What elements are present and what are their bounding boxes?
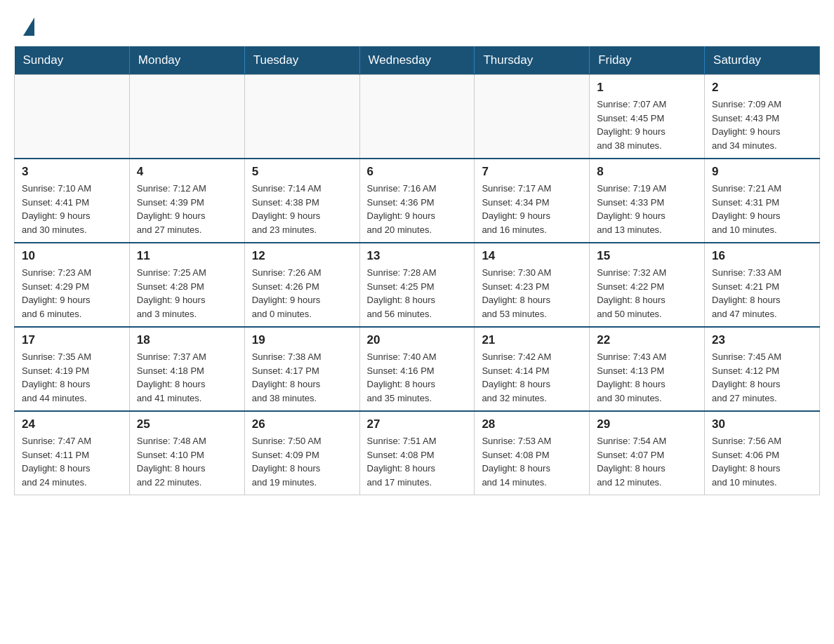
calendar-day-cell: 11Sunrise: 7:25 AM Sunset: 4:28 PM Dayli… [129, 243, 244, 327]
day-info: Sunrise: 7:48 AM Sunset: 4:10 PM Dayligh… [137, 434, 237, 489]
day-number: 10 [22, 249, 122, 263]
day-info: Sunrise: 7:54 AM Sunset: 4:07 PM Dayligh… [597, 434, 697, 489]
calendar-day-cell [15, 75, 130, 159]
day-number: 22 [597, 333, 697, 347]
calendar-day-cell [475, 75, 590, 159]
calendar-day-cell: 5Sunrise: 7:14 AM Sunset: 4:38 PM Daylig… [244, 159, 359, 243]
calendar-day-cell: 19Sunrise: 7:38 AM Sunset: 4:17 PM Dayli… [244, 327, 359, 411]
day-number: 6 [367, 165, 468, 179]
calendar-weekday-thursday: Thursday [475, 46, 590, 75]
calendar-week-row: 1Sunrise: 7:07 AM Sunset: 4:45 PM Daylig… [15, 75, 820, 159]
calendar-day-cell [129, 75, 244, 159]
calendar-day-cell [244, 75, 359, 159]
day-info: Sunrise: 7:42 AM Sunset: 4:14 PM Dayligh… [482, 350, 582, 405]
day-number: 19 [252, 333, 352, 347]
day-number: 26 [252, 417, 352, 431]
calendar-weekday-saturday: Saturday [705, 46, 820, 75]
calendar-weekday-monday: Monday [129, 46, 244, 75]
calendar-table: SundayMondayTuesdayWednesdayThursdayFrid… [14, 46, 820, 495]
day-info: Sunrise: 7:10 AM Sunset: 4:41 PM Dayligh… [22, 182, 122, 236]
calendar-day-cell: 23Sunrise: 7:45 AM Sunset: 4:12 PM Dayli… [705, 327, 820, 411]
calendar-day-cell: 7Sunrise: 7:17 AM Sunset: 4:34 PM Daylig… [475, 159, 590, 243]
day-info: Sunrise: 7:37 AM Sunset: 4:18 PM Dayligh… [137, 350, 237, 405]
day-info: Sunrise: 7:25 AM Sunset: 4:28 PM Dayligh… [137, 266, 237, 321]
day-info: Sunrise: 7:09 AM Sunset: 4:43 PM Dayligh… [712, 98, 812, 152]
day-info: Sunrise: 7:14 AM Sunset: 4:38 PM Dayligh… [252, 182, 352, 236]
calendar-day-cell: 20Sunrise: 7:40 AM Sunset: 4:16 PM Dayli… [359, 327, 475, 411]
calendar-week-row: 10Sunrise: 7:23 AM Sunset: 4:29 PM Dayli… [15, 243, 820, 327]
day-number: 12 [252, 249, 352, 263]
calendar-day-cell [359, 75, 475, 159]
day-info: Sunrise: 7:12 AM Sunset: 4:39 PM Dayligh… [137, 182, 237, 236]
day-info: Sunrise: 7:32 AM Sunset: 4:22 PM Dayligh… [597, 266, 697, 321]
day-number: 18 [137, 333, 237, 347]
calendar-day-cell: 25Sunrise: 7:48 AM Sunset: 4:10 PM Dayli… [129, 411, 244, 495]
calendar-day-cell: 28Sunrise: 7:53 AM Sunset: 4:08 PM Dayli… [475, 411, 590, 495]
day-number: 16 [712, 249, 812, 263]
day-info: Sunrise: 7:40 AM Sunset: 4:16 PM Dayligh… [367, 350, 468, 405]
day-number: 3 [22, 165, 122, 179]
logo-triangle-icon [23, 18, 34, 36]
day-number: 1 [597, 81, 697, 95]
day-info: Sunrise: 7:51 AM Sunset: 4:08 PM Dayligh… [367, 434, 468, 489]
calendar-day-cell: 6Sunrise: 7:16 AM Sunset: 4:36 PM Daylig… [359, 159, 475, 243]
day-number: 15 [597, 249, 697, 263]
day-number: 29 [597, 417, 697, 431]
calendar-day-cell: 13Sunrise: 7:28 AM Sunset: 4:25 PM Dayli… [359, 243, 475, 327]
calendar-day-cell: 16Sunrise: 7:33 AM Sunset: 4:21 PM Dayli… [705, 243, 820, 327]
day-number: 23 [712, 333, 812, 347]
day-info: Sunrise: 7:35 AM Sunset: 4:19 PM Dayligh… [22, 350, 122, 405]
day-info: Sunrise: 7:30 AM Sunset: 4:23 PM Dayligh… [482, 266, 582, 321]
calendar-week-row: 24Sunrise: 7:47 AM Sunset: 4:11 PM Dayli… [15, 411, 820, 495]
calendar-day-cell: 26Sunrise: 7:50 AM Sunset: 4:09 PM Dayli… [244, 411, 359, 495]
day-info: Sunrise: 7:47 AM Sunset: 4:11 PM Dayligh… [22, 434, 122, 489]
day-info: Sunrise: 7:53 AM Sunset: 4:08 PM Dayligh… [482, 434, 582, 489]
day-number: 7 [482, 165, 582, 179]
day-info: Sunrise: 7:26 AM Sunset: 4:26 PM Dayligh… [252, 266, 352, 321]
day-info: Sunrise: 7:23 AM Sunset: 4:29 PM Dayligh… [22, 266, 122, 321]
calendar-week-row: 17Sunrise: 7:35 AM Sunset: 4:19 PM Dayli… [15, 327, 820, 411]
day-number: 4 [137, 165, 237, 179]
day-info: Sunrise: 7:17 AM Sunset: 4:34 PM Dayligh… [482, 182, 582, 236]
day-number: 9 [712, 165, 812, 179]
page-header [0, 0, 834, 39]
calendar-day-cell: 15Sunrise: 7:32 AM Sunset: 4:22 PM Dayli… [590, 243, 705, 327]
day-info: Sunrise: 7:07 AM Sunset: 4:45 PM Dayligh… [597, 98, 697, 152]
calendar-weekday-friday: Friday [590, 46, 705, 75]
calendar-day-cell: 1Sunrise: 7:07 AM Sunset: 4:45 PM Daylig… [590, 75, 705, 159]
calendar-day-cell: 3Sunrise: 7:10 AM Sunset: 4:41 PM Daylig… [15, 159, 130, 243]
day-info: Sunrise: 7:21 AM Sunset: 4:31 PM Dayligh… [712, 182, 812, 236]
calendar-weekday-wednesday: Wednesday [359, 46, 475, 75]
calendar-day-cell: 27Sunrise: 7:51 AM Sunset: 4:08 PM Dayli… [359, 411, 475, 495]
day-number: 24 [22, 417, 122, 431]
calendar-header-row: SundayMondayTuesdayWednesdayThursdayFrid… [15, 46, 820, 75]
day-number: 14 [482, 249, 582, 263]
logo [21, 14, 34, 32]
calendar-day-cell: 24Sunrise: 7:47 AM Sunset: 4:11 PM Dayli… [15, 411, 130, 495]
calendar-weekday-tuesday: Tuesday [244, 46, 359, 75]
day-number: 13 [367, 249, 468, 263]
day-number: 2 [712, 81, 812, 95]
calendar-day-cell: 29Sunrise: 7:54 AM Sunset: 4:07 PM Dayli… [590, 411, 705, 495]
day-info: Sunrise: 7:56 AM Sunset: 4:06 PM Dayligh… [712, 434, 812, 489]
calendar-day-cell: 2Sunrise: 7:09 AM Sunset: 4:43 PM Daylig… [705, 75, 820, 159]
day-number: 8 [597, 165, 697, 179]
day-info: Sunrise: 7:38 AM Sunset: 4:17 PM Dayligh… [252, 350, 352, 405]
day-number: 25 [137, 417, 237, 431]
calendar-week-row: 3Sunrise: 7:10 AM Sunset: 4:41 PM Daylig… [15, 159, 820, 243]
day-info: Sunrise: 7:43 AM Sunset: 4:13 PM Dayligh… [597, 350, 697, 405]
calendar-day-cell: 17Sunrise: 7:35 AM Sunset: 4:19 PM Dayli… [15, 327, 130, 411]
calendar-day-cell: 4Sunrise: 7:12 AM Sunset: 4:39 PM Daylig… [129, 159, 244, 243]
day-number: 17 [22, 333, 122, 347]
day-info: Sunrise: 7:45 AM Sunset: 4:12 PM Dayligh… [712, 350, 812, 405]
calendar-day-cell: 9Sunrise: 7:21 AM Sunset: 4:31 PM Daylig… [705, 159, 820, 243]
day-info: Sunrise: 7:28 AM Sunset: 4:25 PM Dayligh… [367, 266, 468, 321]
day-info: Sunrise: 7:16 AM Sunset: 4:36 PM Dayligh… [367, 182, 468, 236]
calendar-day-cell: 21Sunrise: 7:42 AM Sunset: 4:14 PM Dayli… [475, 327, 590, 411]
calendar-day-cell: 14Sunrise: 7:30 AM Sunset: 4:23 PM Dayli… [475, 243, 590, 327]
day-number: 5 [252, 165, 352, 179]
calendar-day-cell: 8Sunrise: 7:19 AM Sunset: 4:33 PM Daylig… [590, 159, 705, 243]
day-number: 28 [482, 417, 582, 431]
day-number: 30 [712, 417, 812, 431]
calendar-weekday-sunday: Sunday [15, 46, 130, 75]
